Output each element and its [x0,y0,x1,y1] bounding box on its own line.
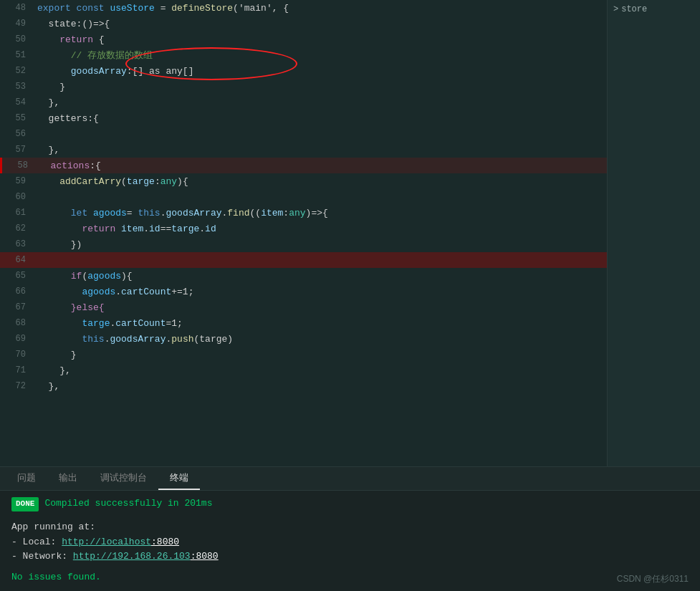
local-url[interactable]: http://localhost [62,537,151,547]
sidebar-item-store[interactable]: > store [613,3,647,16]
chevron-right-icon: > [613,4,618,14]
bottom-panel: 问题 输出 调试控制台 终端 DONECompiled successfully… [0,466,700,591]
code-line-72: 72 }, [0,378,607,394]
spacer [11,511,689,520]
code-line-54: 54 }, [0,95,607,110]
tab-issues[interactable]: 问题 [6,467,47,490]
panel-tabs: 问题 输出 调试控制台 终端 [0,467,700,491]
code-line-66: 66 agoods.cartCount+=1; [0,284,607,299]
no-issues-msg: No issues found. [11,570,689,585]
local-port: :8080 [151,537,179,547]
bottom-panel-wrapper: 问题 输出 调试控制台 终端 DONECompiled successfully… [0,466,700,591]
terminal-content: DONECompiled successfully in 201ms App r… [0,491,700,591]
code-line-69: 69 this.goodsArray.push(targe) [0,331,607,347]
done-badge: DONE [11,497,39,511]
code-line-67: 67 }else{ [0,299,607,315]
tab-output[interactable]: 输出 [47,467,89,490]
code-line-58: 58 actions:{ [0,158,607,173]
code-line-71: 71 }, [0,362,607,378]
app-running-line: App running at: [11,520,689,535]
network-url-line: - Network: http://192.168.26.103:8080 [11,549,689,564]
code-line-64: 64 [0,252,607,268]
right-sidebar: > store [607,0,700,466]
code-line-59: 59 addCartArry(targe:any){ [0,173,607,189]
code-line-68: 68 targe.cartCount=1; [0,315,607,331]
code-line-65: 65 if(agoods){ [0,268,607,284]
code-line-48: 48 export const useStore = defineStore('… [0,0,607,16]
code-line-49: 49 state:()=>{ [0,16,607,32]
compile-message: Compiled successfully in 201ms [44,498,212,509]
code-line-70: 70 } [0,347,607,362]
code-line-60: 60 [0,189,607,205]
code-panel: 48 export const useStore = defineStore('… [0,0,607,466]
network-url[interactable]: http://192.168.26.103 [73,551,191,562]
code-line-50: 50 return { [0,32,607,47]
code-line-55: 55 getters:{ [0,110,607,126]
code-line-53: 53 } [0,79,607,95]
editor-area: 48 export const useStore = defineStore('… [0,0,700,466]
local-url-line: - Local: http://localhost:8080 [11,535,689,550]
code-line-52: 52 goodsArray:[] as any[] [0,63,607,79]
compile-status-line: DONECompiled successfully in 201ms [11,496,689,511]
sidebar-item-label: store [621,4,647,14]
code-line-63: 63 }) [0,236,607,252]
code-lines: 48 export const useStore = defineStore('… [0,0,607,394]
code-line-57: 57 }, [0,142,607,158]
network-port: :8080 [191,551,219,562]
code-line-51: 51 // 存放数据的数组 [0,47,607,63]
tab-terminal[interactable]: 终端 [158,467,200,490]
watermark: CSDN @任杉0311 [617,573,689,585]
code-line-56: 56 [0,126,607,142]
code-line-61: 61 let agoods= this.goodsArray.find((ite… [0,205,607,221]
tab-debug-console[interactable]: 调试控制台 [89,467,158,490]
code-line-62: 62 return item.id==targe.id [0,221,607,236]
